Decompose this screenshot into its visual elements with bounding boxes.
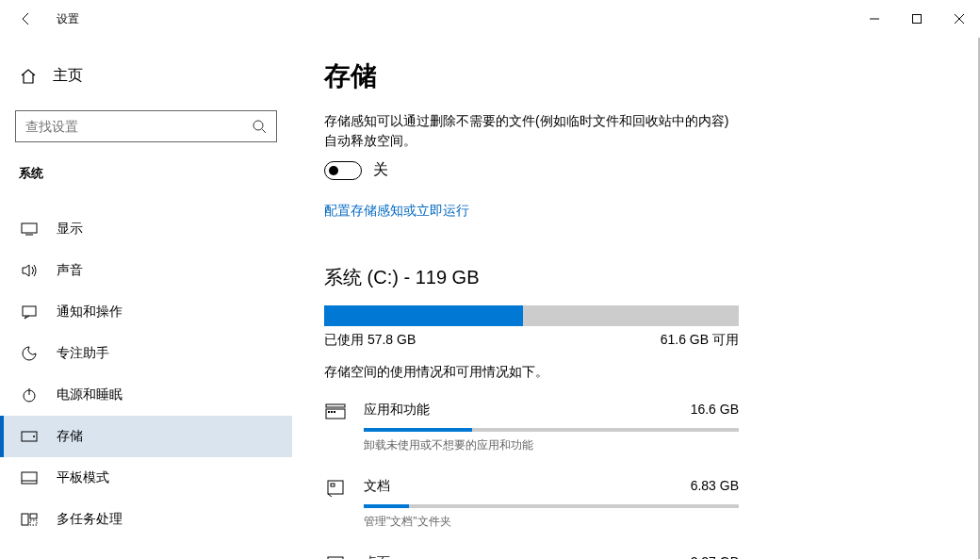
svg-line-3 [262, 129, 266, 133]
page-title: 存储 [324, 58, 942, 94]
category-icon [324, 478, 347, 530]
storage-icon [21, 431, 38, 442]
search-input[interactable] [25, 119, 252, 134]
toggle-label: 关 [373, 160, 388, 180]
home-label: 主页 [53, 66, 83, 86]
category-sub: 管理"文档"文件夹 [364, 514, 739, 530]
configure-link[interactable]: 配置存储感知或立即运行 [324, 203, 469, 220]
svg-rect-20 [326, 404, 345, 407]
home-icon [19, 68, 38, 85]
category-name: 文档 [364, 478, 390, 495]
nav-label: 平板模式 [57, 469, 109, 486]
drive-title: 系统 (C:) - 119 GB [324, 265, 942, 290]
window-title: 设置 [57, 11, 79, 27]
category-row[interactable]: 应用和功能16.6 GB卸载未使用或不想要的应用和功能 [324, 402, 739, 453]
category-size: 16.6 GB [691, 402, 739, 419]
category-name: 桌面 [364, 554, 390, 559]
nav-item-notifications[interactable]: 通知和操作 [0, 291, 292, 333]
search-input-wrap[interactable] [15, 110, 277, 142]
storage-sense-description: 存储感知可以通过删除不需要的文件(例如临时文件和回收站中的内容)自动释放空间。 [324, 111, 739, 151]
svg-rect-11 [22, 472, 37, 484]
focus-icon [21, 345, 38, 362]
used-label: 已使用 57.8 GB [324, 332, 416, 349]
category-sub: 卸载未使用或不想要的应用和功能 [364, 437, 739, 453]
category-name: 应用和功能 [364, 402, 430, 419]
storage-usage-desc: 存储空间的使用情况和可用情况如下。 [324, 364, 942, 381]
svg-rect-1 [912, 15, 921, 24]
close-button[interactable] [938, 5, 980, 33]
nav-label: 专注助手 [57, 345, 109, 362]
nav-item-power[interactable]: 电源和睡眠 [0, 374, 292, 416]
home-link[interactable]: 主页 [15, 57, 277, 95]
search-icon [252, 119, 267, 134]
maximize-button[interactable] [895, 5, 938, 33]
category-row[interactable]: 文档6.83 GB管理"文档"文件夹 [324, 478, 739, 530]
sound-icon [21, 263, 38, 278]
category-bar [364, 504, 739, 508]
category-size: 6.83 GB [691, 478, 739, 495]
category-list: 应用和功能16.6 GB卸载未使用或不想要的应用和功能文档6.83 GB管理"文… [324, 402, 739, 559]
nav-item-display[interactable]: 显示 [0, 208, 292, 250]
nav-label: 电源和睡眠 [57, 386, 122, 403]
category-size: 2.27 GB [691, 554, 739, 559]
display-icon [21, 222, 38, 236]
svg-rect-22 [331, 484, 335, 486]
nav-item-storage[interactable]: 存储 [0, 416, 292, 457]
content-area: 存储 存储感知可以通过删除不需要的文件(例如临时文件和回收站中的内容)自动释放空… [292, 38, 980, 559]
notification-icon [21, 304, 38, 320]
category-row[interactable]: 桌面2.27 GB管理"桌面"文件夹 [324, 554, 739, 559]
svg-rect-6 [23, 306, 36, 316]
minimize-button[interactable] [853, 5, 895, 33]
svg-rect-19 [334, 411, 335, 413]
nav-item-focus[interactable]: 专注助手 [0, 333, 292, 374]
svg-point-2 [253, 121, 263, 130]
nav-label: 通知和操作 [57, 304, 122, 321]
nav-label: 存储 [57, 428, 83, 445]
nav-label: 显示 [57, 221, 83, 238]
nav-label: 声音 [57, 262, 83, 279]
category-icon [324, 402, 347, 453]
power-icon [21, 387, 38, 403]
section-label: 系统 [15, 165, 277, 182]
svg-rect-16 [326, 409, 345, 419]
nav-item-sound[interactable]: 声音 [0, 250, 292, 291]
tablet-icon [21, 471, 38, 485]
nav-item-multitask[interactable]: 多任务处理 [0, 499, 292, 540]
back-button[interactable] [11, 4, 41, 34]
svg-rect-21 [328, 481, 343, 494]
category-icon [324, 554, 347, 559]
svg-rect-17 [328, 411, 330, 413]
multitask-icon [21, 513, 38, 526]
nav-item-tablet[interactable]: 平板模式 [0, 457, 292, 499]
storage-used-fill [324, 305, 523, 326]
sidebar: 主页 系统 显示 声音 通知和操作 专注助手 [0, 38, 292, 559]
svg-rect-18 [331, 411, 333, 413]
nav-label: 多任务处理 [57, 511, 122, 528]
storage-bar [324, 305, 739, 326]
svg-rect-15 [30, 520, 37, 525]
svg-rect-13 [22, 514, 28, 525]
svg-rect-4 [22, 223, 37, 233]
storage-sense-toggle[interactable] [324, 161, 362, 180]
nav-list: 显示 声音 通知和操作 专注助手 电源和睡眠 存储 [0, 208, 292, 540]
free-label: 61.6 GB 可用 [661, 332, 739, 349]
category-bar [364, 428, 739, 432]
svg-rect-14 [30, 514, 37, 518]
svg-point-10 [33, 436, 35, 437]
